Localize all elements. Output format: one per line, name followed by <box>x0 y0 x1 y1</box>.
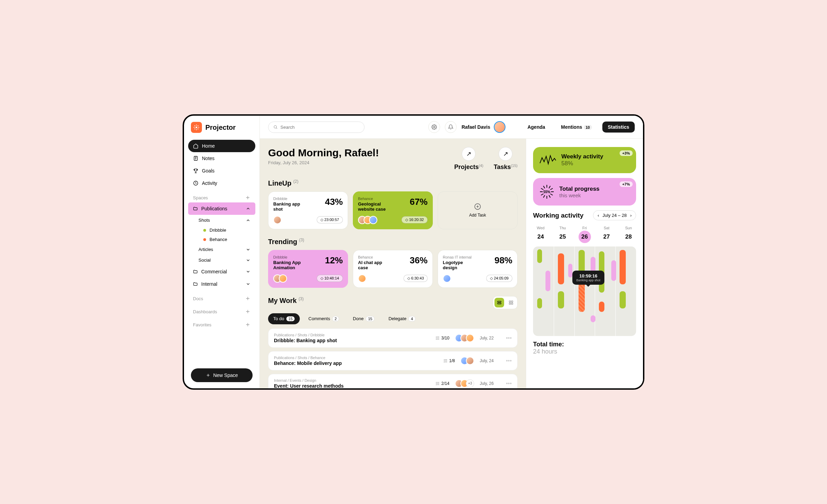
svg-rect-19 <box>511 303 513 304</box>
timer: ◇ 16:20:32 <box>401 216 428 223</box>
task-row[interactable]: Publications / Shots / DribbbleDribbble:… <box>268 328 518 348</box>
more-button[interactable]: ••• <box>506 335 512 341</box>
sidebar-behance[interactable]: Behance <box>188 235 255 244</box>
sidebar-articles[interactable]: Articles <box>188 244 255 255</box>
svg-line-27 <box>543 195 545 198</box>
avatars <box>273 274 287 283</box>
clock-icon <box>193 180 198 186</box>
view-list-button[interactable] <box>494 298 504 307</box>
svg-rect-14 <box>498 301 501 302</box>
greeting-date: Friday, July 26, 2024 <box>268 160 379 165</box>
nav-notes[interactable]: Notes <box>188 152 255 165</box>
view-grid-button[interactable] <box>506 298 516 307</box>
day[interactable]: Sat27 <box>599 226 614 243</box>
search-box[interactable] <box>268 122 365 133</box>
quickstat-tasks[interactable]: ↗ Tasks(15) <box>494 147 518 171</box>
sidebar-internal[interactable]: Internal <box>188 278 255 290</box>
plus-icon[interactable] <box>245 195 251 200</box>
task-progress: 3/10 <box>435 336 449 340</box>
sidebar-shots[interactable]: Shots <box>188 215 255 225</box>
date-range-picker[interactable]: ‹ July 24 – 28 › <box>593 210 636 220</box>
sidebar-social[interactable]: Social <box>188 255 255 265</box>
nav-goals[interactable]: Goals <box>188 165 255 177</box>
section-dashboards[interactable]: Dashboards <box>188 303 255 316</box>
trending-card[interactable]: BehanceAI chat app case36% ◇ 6:30:43 <box>353 250 433 288</box>
working-activity-title: Working activity <box>533 212 583 219</box>
svg-line-25 <box>549 195 550 198</box>
sidebar-publications[interactable]: Publications <box>188 202 255 215</box>
nav-home[interactable]: Home <box>188 140 255 152</box>
svg-line-28 <box>541 194 543 195</box>
checklist-icon <box>435 381 440 386</box>
settings-button[interactable] <box>428 121 440 133</box>
plus-icon[interactable] <box>245 309 251 314</box>
svg-rect-16 <box>509 301 511 302</box>
avatars <box>443 274 451 283</box>
search-input[interactable] <box>280 125 359 130</box>
day[interactable]: Fri26 <box>577 226 592 243</box>
add-task-button[interactable]: Add Task <box>438 191 518 229</box>
mywork-tab-delegate[interactable]: Delegate4 <box>383 313 420 324</box>
mywork-tab-comments[interactable]: Comments2 <box>303 313 344 324</box>
task-row[interactable]: Internal / Events / DesignEvent: User re… <box>268 374 518 388</box>
more-button[interactable]: ••• <box>506 380 512 387</box>
day[interactable]: Sun28 <box>621 226 636 243</box>
timer: ◇ 24:05:09 <box>486 275 512 282</box>
svg-point-11 <box>274 126 276 128</box>
section-spaces: Spaces <box>188 189 255 202</box>
svg-point-12 <box>433 126 435 128</box>
chevron-down-icon <box>246 269 251 274</box>
svg-point-5 <box>194 125 195 126</box>
svg-point-6 <box>197 125 198 126</box>
notifications-button[interactable] <box>445 121 457 133</box>
nav-activity[interactable]: Activity <box>188 177 255 189</box>
plus-icon[interactable] <box>245 322 251 327</box>
svg-point-3 <box>194 127 195 128</box>
section-docs[interactable]: Docs <box>188 290 255 303</box>
lineup-card[interactable]: DribbbleBanking app shot43% ◇ 23:00:57 <box>268 191 348 229</box>
tab-agenda[interactable]: Agenda <box>522 122 551 133</box>
timer: ◇ 23:00:57 <box>317 216 343 223</box>
svg-point-0 <box>196 127 197 128</box>
chevron-left-icon[interactable]: ‹ <box>598 213 599 218</box>
tab-mentions[interactable]: Mentions10 <box>555 122 598 133</box>
sidebar-dribbble[interactable]: Dribbble <box>188 225 255 235</box>
search-icon <box>273 125 278 129</box>
task-progress: 2/14 <box>435 381 449 386</box>
svg-point-1 <box>196 125 197 126</box>
svg-rect-17 <box>511 301 513 302</box>
quickstat-projects[interactable]: ↗ Projects(4) <box>454 147 483 171</box>
chevron-right-icon[interactable]: › <box>630 213 632 218</box>
weekly-activity-card[interactable]: +3% Weekly activity58% <box>533 147 636 173</box>
sparkline-icon <box>539 154 557 167</box>
mywork-tab-done[interactable]: Done15 <box>348 313 380 324</box>
new-space-button[interactable]: New Space <box>191 368 253 382</box>
grid-icon <box>509 300 513 305</box>
user-menu[interactable]: Rafael Davis <box>461 121 505 133</box>
timer: ◇ 6:30:43 <box>404 275 428 282</box>
task-row[interactable]: Publications / Shots / BehanceBehance: M… <box>268 351 518 370</box>
mywork-tab-todo[interactable]: To do15 <box>268 313 300 324</box>
svg-line-22 <box>550 188 553 190</box>
tab-statistics[interactable]: Statistics <box>602 122 635 133</box>
plus-icon[interactable] <box>245 296 251 301</box>
trending-card[interactable]: DribbbleBanking App Animation12% ◇ 10:48… <box>268 250 348 288</box>
avatars <box>455 334 474 342</box>
day[interactable]: Thu25 <box>555 226 570 243</box>
checklist-icon <box>443 358 448 363</box>
more-button[interactable]: ••• <box>506 358 512 364</box>
plus-circle-icon <box>474 203 481 210</box>
list-icon <box>497 300 502 305</box>
day[interactable]: Wed24 <box>533 226 548 243</box>
chevron-up-icon <box>246 218 251 223</box>
sidebar-commercial[interactable]: Commercial <box>188 265 255 278</box>
app-frame: Projector Home Notes Goals Activity Spac… <box>183 114 644 390</box>
lineup-card[interactable]: BehanceGeological website case67% ◇ 16:2… <box>353 191 433 229</box>
logo: Projector <box>188 122 255 140</box>
lineup-title: LineUp (2) <box>268 179 518 187</box>
total-progress-card[interactable]: +7% 55% Total progressthis week <box>533 178 636 206</box>
user-avatar <box>494 121 506 133</box>
section-favorites[interactable]: Favorites <box>188 316 255 329</box>
view-toggle <box>493 296 518 309</box>
trending-card[interactable]: Ronas IT internalLogotype design98% ◇ 24… <box>438 250 518 288</box>
